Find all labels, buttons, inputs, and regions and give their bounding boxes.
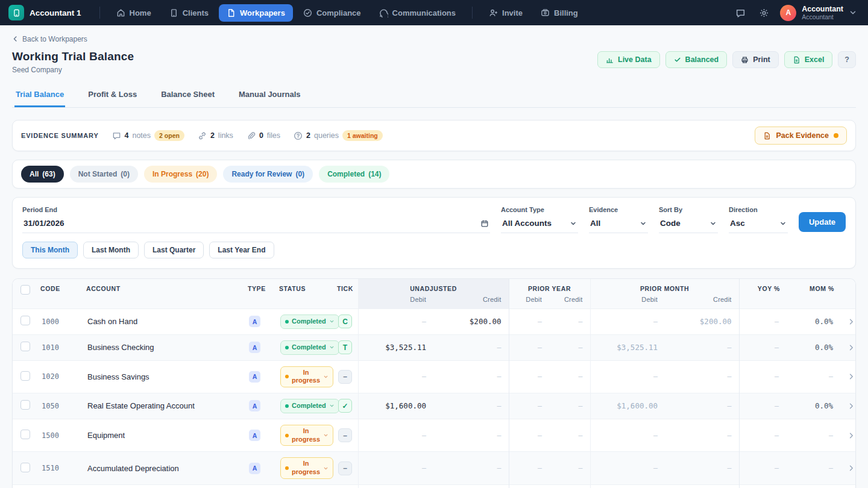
status-dot-icon [285, 466, 289, 470]
help-button[interactable]: ? [838, 51, 856, 68]
nav-item-communications[interactable]: Communications [371, 4, 464, 22]
print-button[interactable]: Print [732, 51, 778, 68]
nav-item-home[interactable]: Home [108, 4, 159, 22]
chevron-right-icon[interactable] [848, 318, 852, 325]
chevron-right-icon[interactable] [848, 432, 852, 439]
sort-by-select[interactable]: Code [659, 216, 718, 233]
links-stat[interactable]: 2 links [198, 131, 233, 140]
filter-all[interactable]: All(63) [21, 166, 64, 183]
yoy-percent: – [739, 419, 786, 452]
nav-item-billing[interactable]: Billing [533, 4, 586, 22]
table-row: 1020 Business Savings A In progress – – … [13, 360, 856, 393]
account-type-select[interactable]: All Accounts [501, 216, 578, 233]
notes-stat[interactable]: 4 notes 2 open [112, 130, 184, 141]
tick-box[interactable]: – [338, 370, 352, 384]
select-all-checkbox[interactable] [20, 285, 30, 295]
col-account: ACCOUNT [80, 279, 242, 309]
filter-in-progress[interactable]: In Progress(20) [144, 166, 217, 183]
tab-profit-loss[interactable]: Profit & Loss [87, 85, 138, 107]
prior-month-credit: $200.00 [665, 309, 739, 335]
row-checkbox[interactable] [20, 430, 30, 439]
nav-item-clients[interactable]: Clients [162, 4, 216, 22]
last-month-button[interactable]: Last Month [83, 242, 139, 258]
back-link[interactable]: Back to Workpapers [12, 35, 87, 43]
chevron-right-icon[interactable] [848, 373, 852, 380]
prior-month-debit: – [590, 484, 665, 488]
unadjusted-credit: – [433, 360, 509, 393]
page-title: Working Trial Balance [12, 50, 134, 63]
prior-month-credit: – [665, 419, 739, 452]
status-pill[interactable]: Completed [280, 340, 339, 355]
queries-awaiting-badge: 1 awaiting [342, 130, 383, 141]
pack-evidence-button[interactable]: Pack Evidence [755, 127, 847, 145]
period-end-input[interactable]: 31/01/2026 [22, 216, 490, 233]
nav-item-workpapers[interactable]: Workpapers [219, 4, 293, 22]
nav-divider [472, 7, 473, 19]
queries-stat[interactable]: 2 queries 1 awaiting [294, 130, 383, 141]
excel-button[interactable]: Excel [784, 51, 833, 68]
chevron-down-icon [323, 374, 329, 380]
prior-year-debit: – [509, 360, 549, 393]
brand[interactable]: Accountant 1 [8, 5, 91, 20]
unadjusted-debit: – [358, 309, 433, 335]
user-role: Accountant [802, 13, 834, 20]
this-month-button[interactable]: This Month [22, 242, 78, 258]
files-stat[interactable]: 0 files [247, 131, 280, 140]
check-icon [674, 56, 681, 63]
row-checkbox[interactable] [20, 316, 30, 325]
table-row: 1050 Real Estate Operating Account A Com… [13, 393, 856, 419]
status-pill[interactable]: Completed [280, 314, 339, 329]
chevron-right-icon[interactable] [848, 402, 852, 410]
live-data-button[interactable]: Live Data [597, 51, 660, 68]
chevron-right-icon[interactable] [848, 465, 852, 472]
nav-item-invite[interactable]: Invite [481, 4, 530, 22]
tick-box[interactable]: ✓ [338, 399, 352, 413]
filter-completed[interactable]: Completed(14) [319, 166, 389, 183]
status-pill[interactable]: In progress [280, 366, 333, 388]
tick-box[interactable]: – [338, 461, 352, 475]
gear-icon[interactable] [756, 5, 772, 20]
tick-box[interactable]: C [338, 314, 352, 328]
row-checkbox[interactable] [20, 400, 30, 410]
table-row: 1010 Business Checking A Completed T $3,… [13, 334, 856, 360]
account-name: Real Estate Operating Account [80, 393, 242, 419]
type-badge: A [249, 342, 260, 353]
evidence-select[interactable]: All [589, 216, 648, 233]
last-quarter-button[interactable]: Last Quarter [144, 242, 204, 258]
unadjusted-debit: $3,525.11 [358, 334, 433, 360]
messages-icon[interactable] [733, 5, 748, 20]
nav-item-compliance[interactable]: Compliance [295, 4, 369, 22]
tick-box[interactable]: T [338, 340, 352, 354]
row-checkbox[interactable] [20, 371, 30, 381]
user-menu[interactable]: A Accountant Accountant [780, 5, 857, 21]
tab-manual-journals[interactable]: Manual Journals [237, 85, 302, 107]
note-icon [112, 131, 121, 140]
row-checkbox[interactable] [20, 463, 30, 472]
avatar: A [780, 5, 796, 21]
prior-year-debit: – [509, 309, 549, 335]
filter-not-started[interactable]: Not Started(0) [70, 166, 138, 183]
filter-ready-for-review[interactable]: Ready for Review(0) [223, 166, 313, 183]
row-checkbox[interactable] [20, 342, 30, 351]
tab-balance-sheet[interactable]: Balance Sheet [160, 85, 216, 107]
tab-trial-balance[interactable]: Trial Balance [14, 85, 65, 107]
status-pill[interactable]: Completed [280, 399, 339, 413]
status-pill[interactable]: In progress [280, 457, 333, 479]
chevron-down-icon [323, 433, 329, 438]
direction-select[interactable]: Asc [729, 216, 788, 233]
status-pill[interactable]: In progress [280, 425, 333, 446]
chevron-down-icon [849, 8, 857, 17]
prior-year-credit: – [549, 309, 590, 335]
unadjusted-debit: – [358, 360, 433, 393]
home-icon [116, 8, 125, 17]
account-name: Business Checking [80, 334, 242, 360]
chevron-right-icon[interactable] [848, 344, 852, 351]
app-logo-icon [8, 5, 24, 20]
tick-box[interactable]: – [338, 428, 352, 442]
table-row: 1000 Cash on Hand A Completed C – $200.0… [13, 309, 856, 335]
page-content: Back to Workpapers Working Trial Balance… [0, 25, 868, 488]
status-dot-icon [285, 404, 289, 408]
update-button[interactable]: Update [799, 212, 846, 232]
last-year-end-button[interactable]: Last Year End [209, 242, 274, 258]
balanced-button[interactable]: Balanced [665, 51, 728, 68]
